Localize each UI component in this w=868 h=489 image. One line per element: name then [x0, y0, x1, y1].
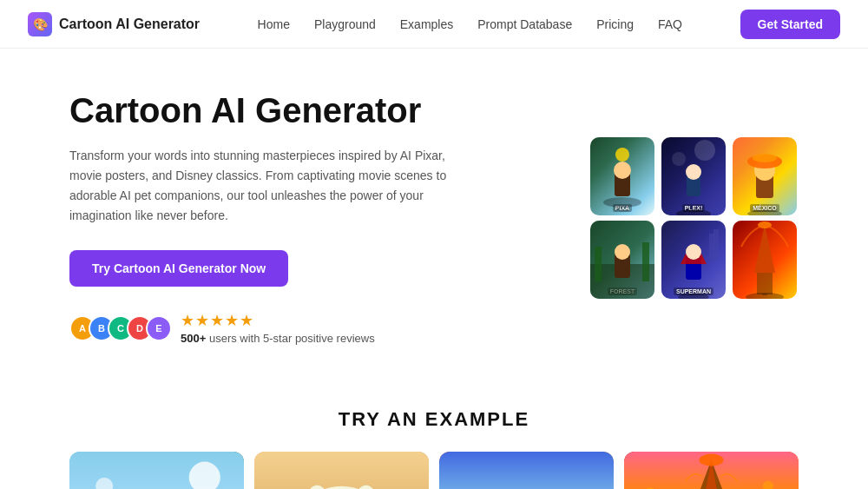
nav-prompt-database[interactable]: Prompt Database [477, 17, 572, 31]
nav-playground[interactable]: Playground [314, 17, 376, 31]
svg-point-8 [672, 152, 686, 166]
card-illustration-2 [254, 452, 429, 489]
svg-rect-17 [595, 247, 602, 281]
hero-img-scene [590, 221, 654, 299]
hero-title: Cartoon AI Generator [69, 90, 469, 130]
svg-rect-47 [439, 452, 614, 489]
svg-point-58 [699, 454, 723, 466]
svg-point-4 [676, 209, 711, 215]
card-scene-3 [439, 452, 614, 489]
example-card-3[interactable]: Disney Pixar MEXICCO [439, 452, 614, 489]
card-illustration-4 [624, 452, 799, 489]
try-example-title: TRY AN EXAMPLE [69, 408, 799, 431]
svg-point-0 [603, 197, 641, 208]
example-card-1[interactable]: Disney Pixar PIONAUT [69, 452, 244, 489]
star-rating: ★★★★★ [181, 311, 375, 330]
nav-home[interactable]: Home [258, 17, 290, 31]
hero-section: Cartoon AI Generator Transform your word… [0, 49, 868, 373]
card-scene-1 [69, 452, 244, 489]
hero-img-scene [590, 137, 654, 215]
hero-description: Transform your words into stunning maste… [69, 146, 469, 226]
hero-img-scene [661, 221, 726, 299]
hero-grid-image-1: PIXA [590, 137, 654, 215]
review-info: ★★★★★ 500+ users with 5-star positive re… [181, 311, 375, 346]
card-illustration-3 [439, 452, 614, 489]
svg-point-3 [615, 148, 629, 162]
svg-point-6 [686, 164, 701, 180]
get-started-button[interactable]: Get Started [740, 10, 840, 39]
hero-image-grid: PIXA PLEX! [590, 137, 799, 299]
example-grid: Disney Pixar PIONAUT [69, 452, 799, 489]
hero-img-scene [733, 137, 797, 215]
nav-pricing[interactable]: Pricing [596, 17, 634, 31]
svg-point-19 [678, 294, 709, 299]
svg-rect-27 [757, 273, 773, 294]
svg-rect-24 [709, 234, 714, 260]
hero-img-scene [733, 221, 797, 299]
card-scene-2 [254, 452, 429, 489]
hero-cta-button[interactable]: Try Cartoon AI Generator Now [69, 250, 288, 287]
svg-rect-37 [254, 452, 429, 489]
svg-point-7 [694, 140, 715, 161]
logo-text: Cartoon AI Generator [59, 17, 200, 32]
card-illustration-1 [69, 452, 244, 489]
social-proof: A B C D E ★★★★★ 500+ users with 5-star p… [69, 311, 469, 346]
svg-point-16 [615, 244, 630, 260]
logo[interactable]: 🎨 Cartoon AI Generator [28, 12, 200, 36]
hero-grid-image-5: SUPERMAN [661, 221, 726, 299]
logo-icon: 🎨 [28, 12, 52, 36]
hero-grid-image-6 [733, 221, 797, 299]
hero-grid-image-4: FOREST [590, 221, 654, 299]
avatar: E [146, 315, 172, 341]
hero-left: Cartoon AI Generator Transform your word… [69, 90, 469, 346]
example-card-4[interactable]: Disney Pixar RONDALE [624, 452, 799, 489]
nav-examples[interactable]: Examples [400, 17, 453, 31]
hero-grid-image-2: PLEX! [661, 137, 726, 215]
card-scene-4 [624, 452, 799, 489]
nav-faq[interactable]: FAQ [658, 17, 682, 31]
svg-point-9 [747, 210, 782, 215]
svg-rect-18 [642, 242, 649, 281]
svg-point-28 [746, 293, 784, 299]
avatar-group: A B C D E [69, 315, 172, 341]
hero-img-scene [661, 137, 726, 215]
review-text: 500+ users with 5-star positive reviews [181, 332, 375, 345]
hero-grid-image-3: MÉXICO [733, 137, 797, 215]
try-example-section: TRY AN EXAMPLE [0, 373, 868, 489]
svg-point-13 [753, 154, 777, 162]
nav-links: Home Playground Examples Prompt Database… [258, 17, 682, 31]
svg-point-22 [686, 244, 701, 260]
svg-point-2 [614, 162, 631, 179]
svg-marker-25 [754, 225, 775, 273]
example-card-2[interactable]: Disney Pixar PIOTUX [254, 452, 429, 489]
navbar: 🎨 Cartoon AI Generator Home Playground E… [0, 0, 868, 49]
